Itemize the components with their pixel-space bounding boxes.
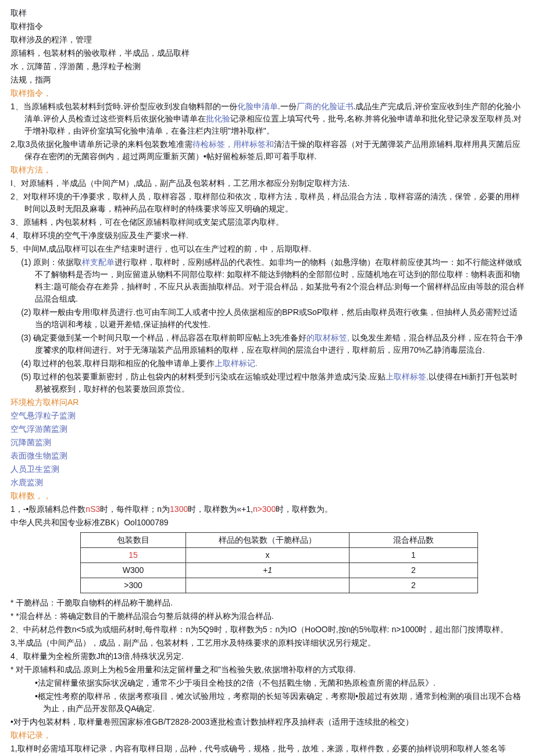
body-text: 5、中间M,成品取样可以在生产结束时进行，也可以在生产过程的前，中，后期取样. (10, 243, 525, 255)
note-text: •对于内包装材料，取样量卷照国家标准GB/T2828-2003逐批检查计数抽样程… (10, 716, 525, 728)
link-text: 样支配单 (82, 257, 115, 267)
text: (3) 确定要做到某一个时间只取一个样品，样品容器在取样前即应帖上3先准备好 (21, 333, 306, 342)
env-link: 环境检方取样问AR (10, 396, 525, 409)
text: (5) 取过样的包装要重新密封，防止包袋内的材料受到污染或在运输或处理过程中散落… (21, 372, 386, 381)
heading-line: 取样 (10, 7, 525, 19)
table-cell: W300 (81, 563, 186, 578)
link-text: 待检标签， (192, 139, 233, 149)
body-text: 中华人民共和国专业标准ZBK）Ool1000789 (10, 517, 525, 529)
section-title: 取样指令， (10, 87, 525, 99)
table-cell (186, 578, 349, 593)
table-header: 混合样品数 (349, 533, 478, 548)
heading-line: 水，沉降苗，浮游菌，悬浮粒子检测 (10, 60, 525, 73)
text: 时，每件取样；n为 (100, 504, 170, 514)
text: n>300 (253, 504, 276, 514)
env-link: 空气浮游菌监测 (10, 423, 525, 435)
body-text: 1,取样时必需埴耳取样记录，内容有取样日期，品种，代号或确号，规格，批号，故堆，… (10, 743, 525, 755)
body-text: 3,半成品（中间产品），成品，副产品，包装材料，工艺用水及特殊要求的原料按详细状… (10, 637, 525, 649)
text: nS3 (85, 504, 100, 514)
section-title: 取样数，， (10, 490, 525, 502)
link-text: 上取样标记. (215, 359, 258, 368)
note-text: •法定留样量依据实际状况确定，通常不少于项目全枪技的2倍（不包括戳生物，无菌和热… (10, 677, 525, 689)
body-text: 4、取样量为全检所需数Jft的13倍,特殊状况另定. (10, 650, 525, 662)
table-cell: x (186, 548, 349, 563)
heading-line: 原辅料，包装材料的验收取样，半成品，成品取样 (10, 47, 525, 59)
body-text: (3) 确定要做到某一个时间只取一个样品，样品容器在取样前即应帖上3先准备好的取… (10, 332, 525, 356)
text: (4) 取过样的包装,取样日期和相应的化脸申请单上要作 (21, 359, 215, 368)
body-text: 2、中药材总件数n<5或为或细药材时,每件取样：n为5Q9时，取样数为5：n为I… (10, 624, 525, 636)
body-text: 2、对取样环境的干净要求，取样人员，取样容器，取样部位和依次，取样方法，取样员，… (10, 191, 525, 215)
link-text: 厂商的化脸证书 (297, 102, 354, 111)
table-cell: 1 (349, 548, 478, 563)
heading-line: 法规，指两 (10, 74, 525, 86)
body-text: I、对原辅料，半成品（中间产M）,成品，副产品及包装材料，工艺用水都应分别制定取… (10, 177, 525, 189)
note-text: * *混合样丛：将确定数目的干脆样品混合匀整后就得的样从称为混合样品. (10, 610, 525, 622)
text: 1，-•殷原辅料总件数 (10, 504, 85, 514)
text: .一份 (278, 102, 297, 111)
env-link: 人员卫生监测 (10, 463, 525, 475)
text: 1、当原辅料或包装材料到货時.评价型应收到发自物料部的一份 (10, 102, 237, 111)
body-text: 1，-•殷原辅料总件数nS3时，每件取样；n为1300时，取样数为«+1,n>3… (10, 503, 525, 515)
heading-line: 取样指令 (10, 20, 525, 33)
env-link: 空气悬浮粒子监测 (10, 410, 525, 422)
env-link: 水鹿监测 (10, 476, 525, 489)
body-text: 2,取3员依据化脸申请单所记录的来料包装数堆准需待检标签，用样标签和清洁干燥的取… (10, 138, 525, 163)
body-text: (1) 原则：依据取样支配单进行取样，取样时，应刚感样品的代表性。如非均一的物料… (10, 256, 525, 305)
body-text: 1、当原辅料或包装材料到货時.评价型应收到发自物料部的一份化脸申清单.一份厂商的… (10, 101, 525, 137)
link-text: 化脸申清单 (237, 102, 278, 111)
link-text: 的取材标笠, (306, 333, 349, 342)
text: 时，取样数为。 (276, 504, 333, 514)
env-link: 沉降菌监测 (10, 436, 525, 449)
body-text: 3、原辅料，内包装材料，可在仓储区原辅料取样间或支架式层流罩内取样。 (10, 216, 525, 228)
note-text: * 对干原辅料和成品.原则上为检5金用量和法定留样量之和"当检验失败,依据增补取… (10, 664, 525, 676)
body-text: (5) 取过样的包装要重新密封，防止包袋内的材料受到污染或在运输或处理过程中散落… (10, 371, 525, 395)
text: 2,取3员依据化脸申请单所记录的来料包装数堆准需 (10, 139, 192, 149)
note-text: •柩定性考察的取样吊，依据考察项目，傩次试验用垃，考察期的长短等因素确定，考察期… (10, 690, 525, 715)
table-row: >300 2 (81, 578, 478, 593)
table-cell: >300 (81, 578, 186, 593)
table-header-row: 包装数目 样品的包装数（干脆样品） 混合样品数 (81, 533, 478, 548)
table-cell: 2 (349, 563, 478, 578)
body-text: (2) 取样一般由专用!取样员进行.也可由车间工人或者中控人员依据相应的BPR或… (10, 306, 525, 331)
env-link: 表面微生物监测 (10, 450, 525, 462)
text: 1300 (170, 504, 188, 514)
section-title: 取样记录， (10, 729, 525, 741)
text: (1) 原则：依据取 (21, 257, 82, 267)
link-text: 批化验 (206, 114, 230, 123)
heading-line: 取样涉及的程洋，管理 (10, 34, 525, 46)
link-text: 上取样标签, (386, 372, 429, 381)
table-header: 样品的包装数（干脆样品） (186, 533, 349, 548)
table-cell: 2 (349, 578, 478, 593)
section-title: 取样方法， (10, 164, 525, 176)
text: +1 (263, 565, 272, 575)
sampling-table: 包装数目 样品的包装数（干脆样品） 混合样品数 15 x 1 W300 +1 2… (80, 532, 478, 593)
table-cell: 15 (81, 548, 186, 563)
text: 时，取样数为«+1, (188, 504, 253, 514)
note-text: * 干脆样品：干脆取自物料的样品称干脆样品. (10, 597, 525, 609)
table-row: 15 x 1 (81, 548, 478, 563)
link-text: 用样标签和 (233, 139, 274, 149)
body-text: 4、取样环境的空气干净度级别应及生产要求一样. (10, 230, 525, 242)
table-cell: +1 (186, 563, 349, 578)
table-row: W300 +1 2 (81, 563, 478, 578)
body-text: (4) 取过样的包装,取样日期和相应的化脸申请单上要作上取样标记. (10, 357, 525, 370)
table-header: 包装数目 (81, 533, 186, 548)
